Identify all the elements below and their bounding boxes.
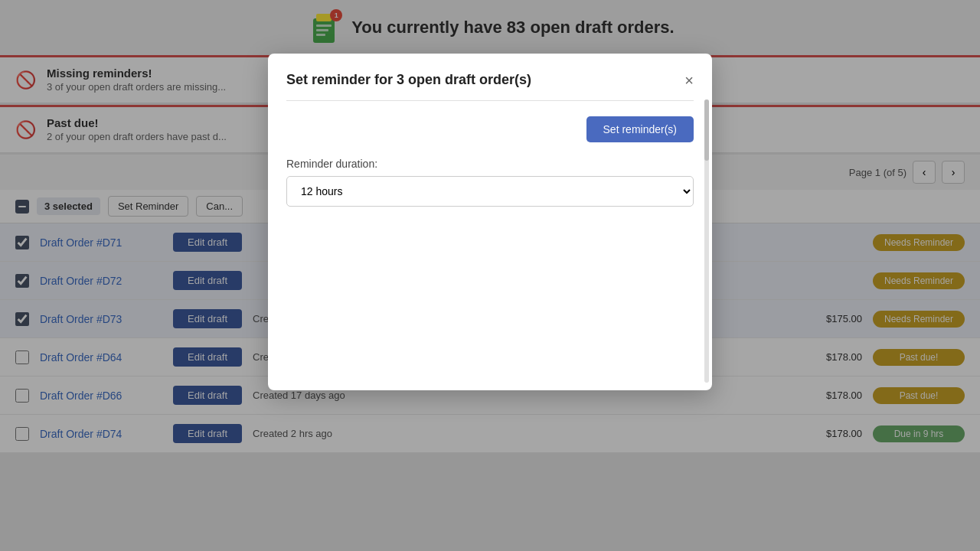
reminder-duration-form: Reminder duration: 1 hour2 hours4 hours6… — [286, 158, 694, 207]
modal-scrollbar — [704, 99, 709, 383]
modal-header: Set reminder for 3 open draft order(s) × — [286, 72, 694, 101]
modal-overlay: Set reminder for 3 open draft order(s) ×… — [0, 0, 980, 551]
set-reminder-modal: Set reminder for 3 open draft order(s) ×… — [268, 54, 712, 390]
modal-scrollbar-thumb — [704, 99, 709, 161]
duration-label: Reminder duration: — [286, 158, 694, 170]
set-reminders-button[interactable]: Set reminder(s) — [586, 116, 694, 142]
modal-actions: Set reminder(s) — [286, 116, 694, 142]
modal-title: Set reminder for 3 open draft order(s) — [286, 72, 531, 88]
duration-select[interactable]: 1 hour2 hours4 hours6 hours8 hours12 hou… — [286, 176, 694, 207]
modal-close-button[interactable]: × — [684, 73, 694, 88]
modal-spacer — [286, 222, 694, 372]
